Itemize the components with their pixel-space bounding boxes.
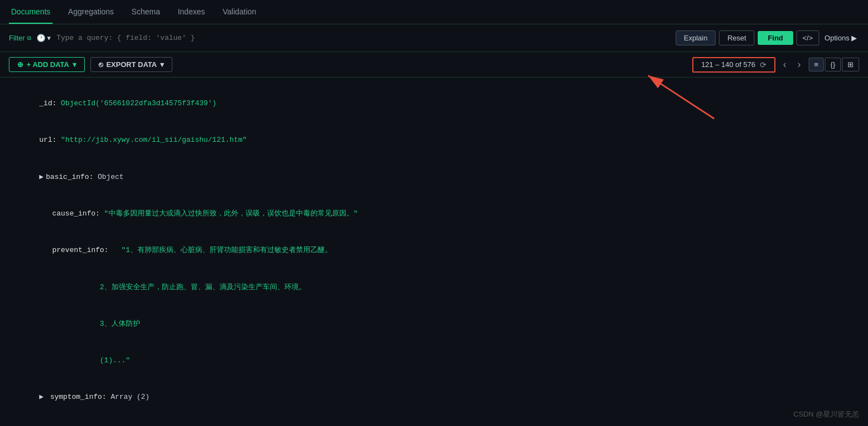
- pagination-text: 121 – 140 of 576: [701, 60, 755, 69]
- right-buttons: Explain Reset Find </> Options ▶: [676, 30, 859, 45]
- code-button[interactable]: </>: [796, 30, 819, 45]
- doc-basic-info-line: ▶basic_info: Object: [13, 159, 855, 196]
- watermark: CSDN @星川皆无恙: [793, 409, 859, 419]
- table-view-button[interactable]: ⊞: [842, 58, 859, 71]
- prev-page-button[interactable]: ‹: [780, 58, 790, 71]
- url-key: url:: [39, 136, 61, 144]
- prevent-key: prevent_info:: [39, 246, 113, 254]
- plus-icon: ⊕: [17, 60, 23, 69]
- document-1: _id: ObjectId('65661022dfa3d14575f3f439'…: [0, 78, 868, 426]
- doc-id-line: _id: ObjectId('65661022dfa3d14575f3f439'…: [13, 85, 855, 122]
- next-page-button[interactable]: ›: [794, 58, 804, 71]
- documents-area: _id: ObjectId('65661022dfa3d14575f3f439'…: [0, 78, 868, 426]
- find-button[interactable]: Find: [758, 31, 793, 45]
- filter-button[interactable]: Filter ⧉: [9, 34, 31, 42]
- tab-validation[interactable]: Validation: [221, 1, 258, 24]
- cause-key: cause_info:: [39, 209, 104, 218]
- history-button[interactable]: 🕐 ▾: [37, 34, 51, 42]
- export-dropdown-arrow: ▾: [160, 60, 164, 69]
- action-bar: ⊕ + ADD DATA ▾ ⎋ EXPORT DATA ▾ 121 – 140…: [0, 52, 868, 78]
- expand-basic-info[interactable]: ▶: [39, 173, 44, 181]
- doc-inspect-line: ▶ inspect_info: Array (empty): [13, 416, 855, 426]
- basic-info-key: basic_info:: [46, 173, 98, 181]
- nav-tabs: Documents Aggregations Schema Indexes Va…: [0, 0, 868, 24]
- reset-button[interactable]: Reset: [719, 30, 754, 45]
- export-icon: ⎋: [99, 60, 103, 69]
- clock-icon: 🕐: [37, 34, 45, 42]
- doc-prevent-line3: 3、人体防护: [13, 306, 855, 342]
- query-input[interactable]: [57, 34, 670, 42]
- tab-schema[interactable]: Schema: [129, 1, 162, 24]
- pagination-area: 121 – 140 of 576 ⟳ ‹ › ≡ {} ⊞: [692, 57, 859, 73]
- doc-symptom-line: ▶ symptom_info: Array (2): [13, 379, 855, 415]
- add-dropdown-arrow: ▾: [73, 60, 76, 69]
- options-button[interactable]: Options ▶: [823, 31, 859, 45]
- pagination-box: 121 – 140 of 576 ⟳: [692, 57, 775, 73]
- add-data-button[interactable]: ⊕ + ADD DATA ▾: [9, 57, 85, 72]
- add-data-label: + ADD DATA: [27, 60, 69, 69]
- symptom-key: symptom_info:: [46, 393, 111, 401]
- doc-url-line: url: "http://jib.xywy.com/il_sii/gaishu/…: [13, 122, 855, 158]
- filter-bar: Filter ⧉ 🕐 ▾ Explain Reset Find </> Opti…: [0, 24, 868, 52]
- export-data-label: EXPORT DATA: [106, 60, 157, 69]
- filter-label: Filter: [9, 34, 25, 42]
- expand-symptom[interactable]: ▶: [39, 393, 44, 401]
- prevent-value: "1、有肺部疾病、心脏病、肝肾功能损害和有过敏史者禁用乙醚。: [113, 246, 331, 254]
- symptom-value: Array (2): [111, 393, 150, 401]
- tab-indexes[interactable]: Indexes: [176, 1, 207, 24]
- tab-aggregations[interactable]: Aggregations: [66, 1, 116, 24]
- url-value: "http://jib.xywy.com/il_sii/gaishu/121.h…: [61, 136, 247, 144]
- explain-button[interactable]: Explain: [676, 30, 716, 45]
- doc-cause-line: cause_info: "中毒多因用量过大或滴入过快所致，此外，误吸，误饮也是中…: [13, 196, 855, 232]
- filter-icon: ⧉: [27, 35, 31, 42]
- refresh-icon[interactable]: ⟳: [760, 60, 767, 69]
- json-view-button[interactable]: {}: [825, 58, 841, 71]
- doc-prevent-line: prevent_info: "1、有肺部疾病、心脏病、肝肾功能损害和有过敏史者禁…: [13, 232, 855, 269]
- cause-value: "中毒多因用量过大或滴入过快所致，此外，误吸，误饮也是中毒的常见原因。": [104, 209, 358, 218]
- basic-info-value: Object: [98, 173, 124, 181]
- doc-prevent-line2: 2、加强安全生产，防止跑、冒、漏、滴及污染生产车间、环境。: [13, 269, 855, 305]
- view-buttons: ≡ {} ⊞: [809, 58, 859, 71]
- dropdown-arrow: ▾: [47, 34, 51, 42]
- id-key: _id:: [39, 99, 61, 107]
- export-data-button[interactable]: ⎋ EXPORT DATA ▾: [90, 57, 172, 72]
- id-value: ObjectId('65661022dfa3d14575f3f439'): [61, 99, 217, 107]
- tab-documents[interactable]: Documents: [9, 1, 53, 24]
- doc-prevent-line4: (1)...": [13, 342, 855, 379]
- list-view-button[interactable]: ≡: [809, 58, 824, 71]
